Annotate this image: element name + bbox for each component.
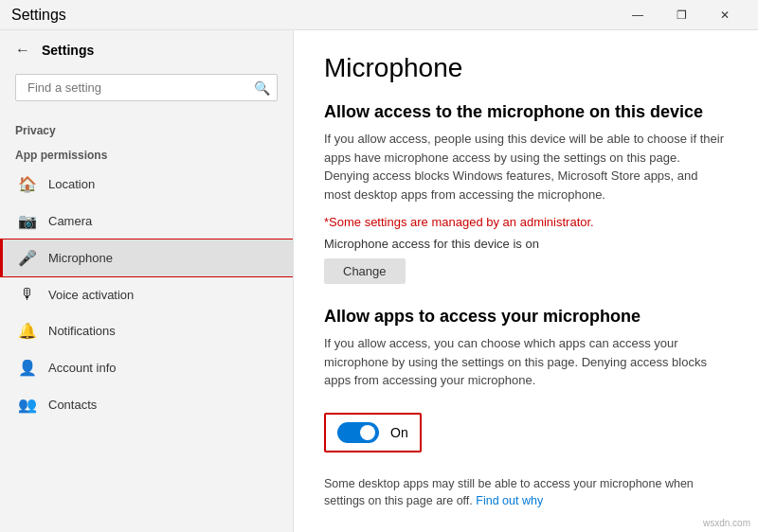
sidebar-title: Settings bbox=[42, 43, 94, 58]
privacy-section-label: Privacy bbox=[0, 116, 293, 141]
sidebar-item-microphone-label: Microphone bbox=[48, 251, 113, 265]
section1-description: If you allow access, people using this d… bbox=[324, 130, 728, 204]
admin-note: *Some settings are managed by an adminis… bbox=[324, 215, 728, 229]
title-bar-title: Settings bbox=[11, 7, 66, 24]
watermark: wsxdn.com bbox=[703, 518, 750, 528]
footer-text: Some desktop apps may still be able to a… bbox=[324, 475, 728, 511]
title-bar: Settings — ❐ ✕ bbox=[0, 0, 758, 30]
location-icon: 🏠 bbox=[18, 175, 37, 193]
account-info-icon: 👤 bbox=[18, 359, 37, 377]
sidebar-item-notifications[interactable]: 🔔 Notifications bbox=[0, 312, 293, 349]
title-bar-left: Settings bbox=[11, 7, 616, 24]
search-icon: 🔍 bbox=[254, 80, 270, 96]
sidebar-item-contacts[interactable]: 👥 Contacts bbox=[0, 386, 293, 423]
section2-description: If you allow access, you can choose whic… bbox=[324, 334, 728, 390]
section2-heading: Allow apps to access your microphone bbox=[324, 307, 728, 327]
sidebar-item-contacts-label: Contacts bbox=[48, 398, 97, 412]
search-input[interactable] bbox=[15, 74, 278, 101]
sidebar-item-notifications-label: Notifications bbox=[48, 324, 116, 338]
contacts-icon: 👥 bbox=[18, 396, 37, 414]
camera-icon: 📷 bbox=[18, 212, 37, 230]
main-container: ← Settings 🔍 Privacy App permissions 🏠 L… bbox=[0, 30, 758, 532]
sidebar-item-microphone[interactable]: 🎤 Microphone bbox=[0, 239, 293, 276]
microphone-icon: 🎤 bbox=[18, 249, 37, 267]
sidebar-item-camera-label: Camera bbox=[48, 214, 92, 228]
find-out-why-link[interactable]: Find out why bbox=[476, 494, 543, 507]
content-area: Microphone Allow access to the microphon… bbox=[294, 30, 758, 532]
toggle-track bbox=[337, 422, 379, 443]
sidebar-item-voice-activation-label: Voice activation bbox=[48, 288, 134, 302]
back-button[interactable]: ← bbox=[15, 42, 30, 59]
restore-button[interactable]: ❐ bbox=[659, 0, 703, 30]
sidebar-item-voice-activation[interactable]: 🎙 Voice activation bbox=[0, 276, 293, 312]
minimize-button[interactable]: — bbox=[616, 0, 659, 30]
sidebar-item-location-label: Location bbox=[48, 177, 95, 191]
sidebar: ← Settings 🔍 Privacy App permissions 🏠 L… bbox=[0, 30, 294, 532]
sidebar-item-account-info-label: Account info bbox=[48, 361, 117, 375]
app-permissions-label: App permissions bbox=[0, 141, 293, 166]
section1-heading: Allow access to the microphone on this d… bbox=[324, 102, 728, 122]
search-box: 🔍 bbox=[15, 74, 278, 101]
close-button[interactable]: ✕ bbox=[703, 0, 747, 30]
toggle-row[interactable]: On bbox=[324, 413, 422, 452]
voice-activation-icon: 🎙 bbox=[18, 286, 37, 303]
page-title: Microphone bbox=[324, 53, 728, 83]
sidebar-item-location[interactable]: 🏠 Location bbox=[0, 166, 293, 203]
sidebar-header: ← Settings bbox=[0, 30, 293, 70]
toggle-thumb bbox=[360, 425, 375, 440]
change-button[interactable]: Change bbox=[324, 258, 406, 284]
sidebar-item-camera[interactable]: 📷 Camera bbox=[0, 203, 293, 239]
sidebar-item-account-info[interactable]: 👤 Account info bbox=[0, 349, 293, 386]
notifications-icon: 🔔 bbox=[18, 322, 37, 340]
title-bar-controls: — ❐ ✕ bbox=[616, 0, 747, 30]
microphone-toggle[interactable] bbox=[337, 422, 379, 443]
access-status: Microphone access for this device is on bbox=[324, 237, 728, 251]
toggle-label: On bbox=[390, 425, 408, 440]
